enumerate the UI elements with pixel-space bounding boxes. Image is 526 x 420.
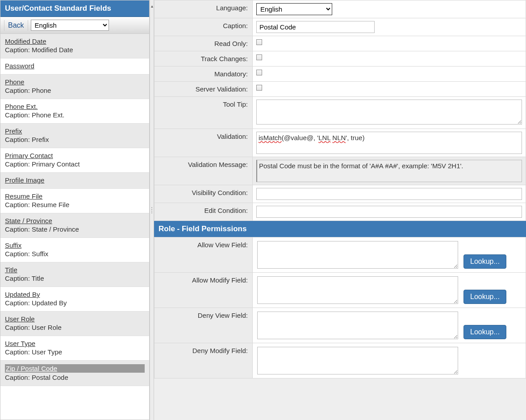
visibility-condition-input[interactable] (256, 188, 522, 200)
sidebar-item-name: Updated By (5, 291, 145, 298)
sidebar-item-caption: Caption: Postal Code (5, 374, 145, 381)
caption-input[interactable] (256, 21, 375, 33)
sidebar-item[interactable]: User RoleCaption: User Role (0, 312, 149, 336)
sidebar-item-caption: Caption: Modified Date (5, 46, 145, 54)
label-readonly: Read Only: (154, 36, 253, 51)
sidebar-item[interactable]: TitleCaption: Title (0, 262, 149, 287)
sidebar-item-name: Phone (5, 78, 145, 86)
permission-label: Allow Modify Field: (154, 273, 253, 308)
back-button[interactable]: Back (4, 20, 28, 31)
sidebar-item-caption: Caption: Suffix (5, 250, 145, 258)
sidebar-item-name: Title (5, 266, 145, 274)
sidebar-item-name: Resume File (5, 192, 145, 200)
permissions-section-header: Role - Field Permissions (154, 221, 526, 237)
permissions-table: Allow View Field:Lookup...Allow Modify F… (154, 237, 526, 378)
app-container: User/Contact Standard Fields Back Englis… (0, 0, 526, 420)
sidebar-item[interactable]: SuffixCaption: Suffix (0, 238, 149, 262)
permission-value-box[interactable] (257, 241, 458, 269)
sidebar-item-caption: Caption: Prefix (5, 136, 145, 143)
sidebar-item[interactable]: Primary ContactCaption: Primary Contact (0, 148, 149, 173)
permission-label: Allow View Field: (154, 237, 253, 273)
server-validation-checkbox[interactable] (256, 85, 262, 91)
sidebar-item-name: Suffix (5, 241, 145, 249)
sidebar-item-caption: Caption: Resume File (5, 201, 145, 208)
label-server-validation: Server Validation: (154, 82, 253, 97)
label-track-changes: Track Changes: (154, 51, 253, 67)
sidebar-item[interactable]: Resume FileCaption: Resume File (0, 189, 149, 213)
sidebar-title: User/Contact Standard Fields (0, 0, 149, 17)
tooltip-textarea[interactable] (256, 100, 522, 125)
label-validation-message: Validation Message: (154, 157, 253, 185)
sidebar-item-name: Primary Contact (5, 152, 145, 159)
sidebar-item[interactable]: Modified DateCaption: Modified Date (0, 34, 149, 58)
sidebar: User/Contact Standard Fields Back Englis… (0, 0, 150, 420)
edit-condition-input[interactable] (256, 206, 522, 218)
sidebar-item-name: User Type (5, 340, 145, 347)
sidebar-item-name: Profile Image (5, 176, 145, 184)
label-visibility-condition: Visibility Condition: (154, 185, 253, 203)
sidebar-item[interactable]: Password (0, 58, 149, 75)
readonly-checkbox[interactable] (256, 39, 262, 45)
validation-textarea[interactable]: isMatch(@value@, 'LNL NLN', true) (256, 132, 522, 154)
permission-label: Deny View Field: (154, 308, 253, 343)
sidebar-item[interactable]: Updated ByCaption: Updated By (0, 287, 149, 312)
sidebar-item-name: Zip / Postal Code (5, 364, 145, 373)
sidebar-item-caption: Caption: Phone Ext. (5, 111, 145, 119)
sidebar-item[interactable]: PhoneCaption: Phone (0, 75, 149, 99)
lookup-button[interactable]: Lookup... (463, 325, 506, 339)
sidebar-language-select[interactable]: English (31, 20, 109, 31)
label-mandatory: Mandatory: (154, 67, 253, 82)
sidebar-item-name: User Role (5, 315, 145, 323)
sidebar-item[interactable]: State / ProvinceCaption: State / Provinc… (0, 213, 149, 238)
language-select[interactable]: English (256, 3, 332, 15)
field-properties-form: Language: English Caption: Read Only: Tr… (154, 0, 526, 221)
label-validation: Validation: (154, 129, 253, 157)
permission-value-box[interactable] (257, 312, 458, 339)
sidebar-item-caption: Caption: Phone (5, 87, 145, 94)
sidebar-item-name: Password (5, 62, 145, 70)
splitter[interactable]: ▴ (150, 0, 154, 420)
validation-message-textarea[interactable]: Postal Code must be in the format of 'A#… (256, 160, 522, 182)
lookup-button[interactable]: Lookup... (463, 290, 506, 304)
permission-value-box[interactable] (257, 276, 458, 304)
permission-value-box[interactable] (257, 347, 458, 374)
sidebar-list[interactable]: Modified DateCaption: Modified DatePassw… (0, 34, 149, 420)
sidebar-item-caption: Caption: Title (5, 274, 145, 282)
sidebar-item-caption: Caption: State / Province (5, 225, 145, 233)
chevron-up-icon: ▴ (151, 4, 153, 8)
sidebar-toolbar: Back English (0, 17, 149, 34)
sidebar-item-caption: Caption: Updated By (5, 299, 145, 307)
sidebar-item-caption: Caption: User Role (5, 324, 145, 331)
lookup-button[interactable]: Lookup... (463, 254, 506, 269)
sidebar-item[interactable]: Profile Image (0, 173, 149, 189)
sidebar-item[interactable]: Phone Ext.Caption: Phone Ext. (0, 99, 149, 124)
label-edit-condition: Edit Condition: (154, 203, 253, 221)
sidebar-item-caption: Caption: User Type (5, 348, 145, 356)
sidebar-item[interactable]: Zip / Postal CodeCaption: Postal Code (0, 361, 149, 386)
sidebar-item-name: Phone Ext. (5, 103, 145, 110)
splitter-grip-icon (150, 204, 153, 217)
label-tooltip: Tool Tip: (154, 97, 253, 129)
permission-label: Deny Modify Field: (154, 343, 253, 378)
mandatory-checkbox[interactable] (256, 70, 262, 75)
sidebar-item[interactable]: PrefixCaption: Prefix (0, 124, 149, 148)
sidebar-item-name: Prefix (5, 127, 145, 135)
sidebar-item-name: State / Province (5, 217, 145, 225)
label-caption: Caption: (154, 18, 253, 36)
track-changes-checkbox[interactable] (256, 54, 262, 60)
label-language: Language: (154, 0, 253, 18)
main-panel: Language: English Caption: Read Only: Tr… (154, 0, 526, 420)
sidebar-item[interactable]: User TypeCaption: User Type (0, 336, 149, 361)
sidebar-item-name: Modified Date (5, 37, 145, 45)
sidebar-item-caption: Caption: Primary Contact (5, 160, 145, 168)
